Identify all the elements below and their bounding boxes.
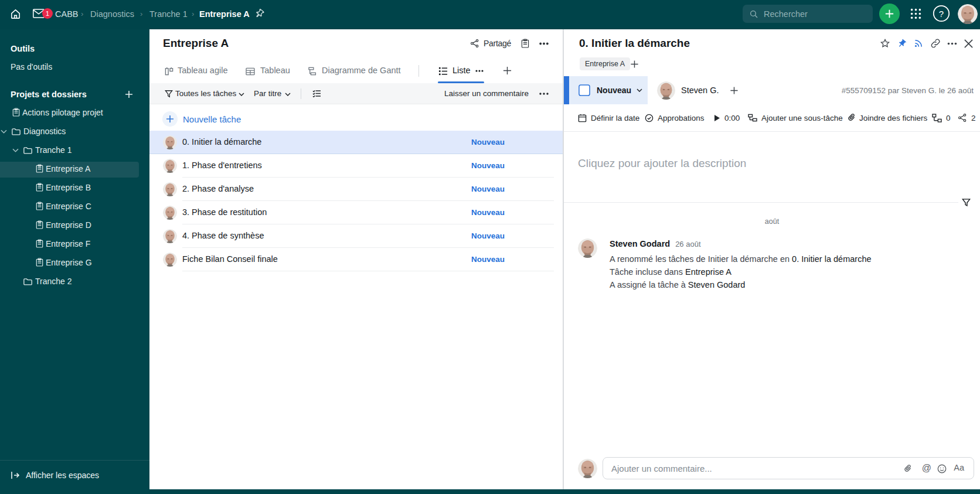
svg-text:?: ? — [939, 9, 944, 19]
